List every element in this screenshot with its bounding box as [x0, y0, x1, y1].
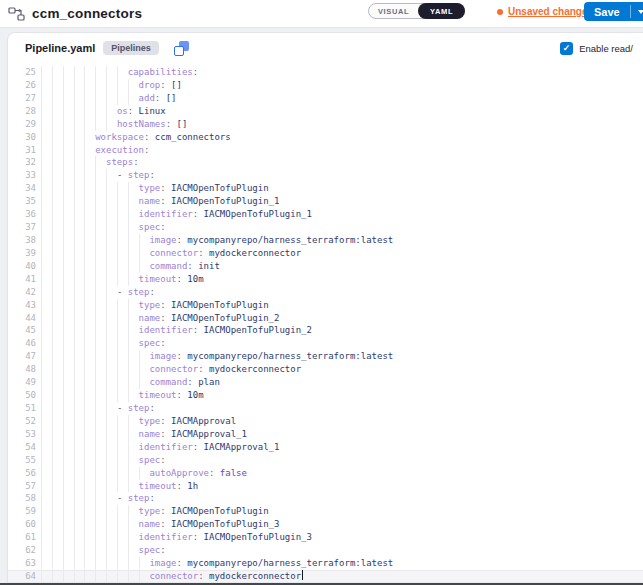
indent-guides — [41, 221, 139, 234]
yaml-key: timeout — [139, 389, 177, 402]
code-line[interactable]: 37spec: — [8, 221, 643, 234]
line-number: 54 — [8, 441, 36, 454]
code-line[interactable]: 36identifier: IACMOpenTofuPlugin_1 — [8, 208, 643, 221]
yaml-value: IACMApproval_1 — [166, 428, 247, 441]
indent-guides — [41, 273, 139, 286]
save-split-button[interactable]: Save — [584, 2, 643, 21]
line-number: 39 — [8, 247, 36, 260]
code-line[interactable]: 51- step: — [8, 402, 643, 415]
text-cursor — [302, 570, 303, 580]
line-number: 31 — [8, 144, 36, 157]
code-line[interactable]: 42- step: — [8, 286, 643, 299]
code-line[interactable]: 64connector: mydockerconnector — [8, 570, 643, 583]
code-line[interactable]: 50timeout: 10m — [8, 389, 643, 402]
code-line[interactable]: 27add: [] — [8, 92, 643, 105]
yaml-value: mycompanyrepo/harness_terraform:latest — [182, 234, 393, 247]
yaml-value: IACMOpenTofuPlugin_2 — [198, 324, 312, 337]
yaml-key: command — [149, 376, 187, 389]
file-name-label: Pipeline.yaml — [25, 42, 95, 54]
code-line[interactable]: 38image: mycompanyrepo/harness_terraform… — [8, 234, 643, 247]
indent-guides — [41, 492, 117, 505]
code-line[interactable]: 52type: IACMApproval — [8, 415, 643, 428]
yaml-editor[interactable]: 25capabilities:26drop: []27add: []28os: … — [8, 63, 643, 585]
yaml-key: hostNames — [117, 118, 166, 131]
code-line[interactable]: 47image: mycompanyrepo/harness_terraform… — [8, 350, 643, 363]
line-number: 33 — [8, 169, 36, 182]
code-line[interactable]: 48connector: mydockerconnector — [8, 363, 643, 376]
code-line[interactable]: 34type: IACMOpenTofuPlugin — [8, 182, 643, 195]
yaml-value: IACMOpenTofuPlugin — [166, 182, 269, 195]
code-line[interactable]: 43type: IACMOpenTofuPlugin — [8, 299, 643, 312]
code-line[interactable]: 39connector: mydockerconnector — [8, 247, 643, 260]
yaml-key: spec — [139, 221, 161, 234]
indent-guides — [41, 376, 149, 389]
toggle-visual-option[interactable]: VISUAL — [369, 7, 418, 16]
yaml-key: drop — [139, 79, 161, 92]
code-line[interactable]: 40command: init — [8, 260, 643, 273]
code-line[interactable]: 35name: IACMOpenTofuPlugin_1 — [8, 195, 643, 208]
code-line[interactable]: 61identifier: IACMOpenTofuPlugin_3 — [8, 531, 643, 544]
line-number: 45 — [8, 324, 36, 337]
unsaved-changes-link[interactable]: Unsaved changes — [497, 6, 593, 17]
yaml-value: plan — [193, 376, 220, 389]
code-line[interactable]: 59type: IACMOpenTofuPlugin — [8, 505, 643, 518]
yaml-list-dash: - — [117, 492, 128, 505]
code-line[interactable]: 46spec: — [8, 337, 643, 350]
save-button[interactable]: Save — [584, 2, 630, 21]
code-line[interactable]: 32steps: — [8, 156, 643, 169]
code-line[interactable]: 25capabilities: — [8, 66, 643, 79]
code-line[interactable]: 58- step: — [8, 492, 643, 505]
visual-yaml-toggle[interactable]: VISUAL YAML — [368, 3, 465, 19]
code-line[interactable]: 63image: mycompanyrepo/harness_terraform… — [8, 557, 643, 570]
code-line[interactable]: 56autoApprove: false — [8, 467, 643, 480]
indent-guides — [41, 363, 149, 376]
code-line[interactable]: 26drop: [] — [8, 79, 643, 92]
line-number: 38 — [8, 234, 36, 247]
line-number: 52 — [8, 415, 36, 428]
pipelines-badge: Pipelines — [103, 41, 159, 55]
line-number: 56 — [8, 467, 36, 480]
yaml-value: Linux — [133, 105, 166, 118]
code-line[interactable]: 53name: IACMApproval_1 — [8, 428, 643, 441]
yaml-value: [] — [171, 118, 187, 131]
indent-guides — [41, 505, 139, 518]
code-line[interactable]: 49command: plan — [8, 376, 643, 389]
code-line[interactable]: 62spec: — [8, 544, 643, 557]
chevron-down-icon — [638, 10, 643, 14]
yaml-key: type — [139, 505, 161, 518]
code-line[interactable]: 31execution: — [8, 144, 643, 157]
yaml-value: init — [193, 260, 220, 273]
yaml-key: image — [149, 350, 176, 363]
code-line[interactable]: 29hostNames: [] — [8, 118, 643, 131]
code-line[interactable]: 44name: IACMOpenTofuPlugin_2 — [8, 312, 643, 325]
code-line[interactable]: 55spec: — [8, 454, 643, 467]
yaml-value: [] — [166, 79, 182, 92]
yaml-key: type — [139, 299, 161, 312]
copy-icon[interactable] — [174, 41, 189, 56]
yaml-value: IACMOpenTofuPlugin — [166, 505, 269, 518]
indent-guides — [41, 389, 139, 402]
indent-guides — [41, 169, 117, 182]
indent-guides — [41, 324, 139, 337]
code-line[interactable]: 54identifier: IACMApproval_1 — [8, 441, 643, 454]
indent-guides — [41, 557, 149, 570]
toggle-yaml-option[interactable]: YAML — [418, 3, 465, 19]
save-dropdown-button[interactable] — [631, 2, 643, 21]
code-line[interactable]: 30workspace: ccm_connectors — [8, 131, 643, 144]
code-line[interactable]: 33- step: — [8, 169, 643, 182]
code-line[interactable]: 41timeout: 10m — [8, 273, 643, 286]
yaml-value: ccm_connectors — [149, 131, 230, 144]
code-line[interactable]: 60name: IACMOpenTofuPlugin_3 — [8, 518, 643, 531]
unsaved-changes-label[interactable]: Unsaved changes — [508, 6, 593, 17]
yaml-value: IACMOpenTofuPlugin_2 — [166, 312, 280, 325]
yaml-key: spec — [139, 544, 161, 557]
code-line[interactable]: 57timeout: 1h — [8, 480, 643, 493]
yaml-key: step — [128, 286, 150, 299]
yaml-value: mydockerconnector — [204, 363, 302, 376]
code-line[interactable]: 45identifier: IACMOpenTofuPlugin_2 — [8, 324, 643, 337]
yaml-value: IACMOpenTofuPlugin_3 — [166, 518, 280, 531]
yaml-value: false — [214, 467, 247, 480]
code-line[interactable]: 28os: Linux — [8, 105, 643, 118]
enable-read-checkbox[interactable]: ✓ — [560, 42, 573, 55]
yaml-key: image — [149, 557, 176, 570]
